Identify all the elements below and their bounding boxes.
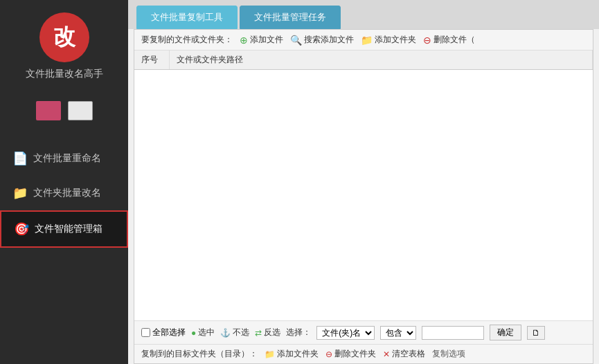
select-label: 选中 [198,327,215,338]
app-logo: 改 [39,12,89,62]
file-table: 序号 文件或文件夹路径 [134,51,593,320]
content-area: 要复制的文件或文件夹： ⊕ 添加文件 🔍 搜索添加文件 📁 添加文件夹 ⊖ 删除… [134,29,593,364]
add-dest-folder-button[interactable]: 📁 添加文件夹 [265,348,319,360]
search-add-icon: 🔍 [290,35,302,46]
delete-dest-folder-button[interactable]: ⊖ 删除文件夹 [325,348,376,360]
logo-area: 改 文件批量改名高手 [26,0,103,87]
dest-label: 复制到的目标文件夹（目录）： [141,348,258,360]
swatch-white[interactable] [68,101,93,120]
select-all-label: 全部选择 [152,327,186,338]
col-path-header: 文件或文件夹路径 [169,51,593,70]
copy-icon-button[interactable]: 🗋 [527,326,545,340]
tab-manage-task-label: 文件批量管理任务 [254,12,326,22]
copy-options-label: 复制选项 [432,348,465,360]
add-file-icon: ⊕ [240,35,248,46]
deselect-button[interactable]: ⚓ 不选 [220,327,249,338]
search-add-label: 搜索添加文件 [304,34,354,46]
delete-file-icon: ⊖ [423,35,431,46]
add-folder-label: 添加文件夹 [375,34,416,46]
logo-icon-text: 改 [53,22,75,53]
source-toolbar: 要复制的文件或文件夹： ⊕ 添加文件 🔍 搜索添加文件 📁 添加文件夹 ⊖ 删除… [134,30,593,51]
col-num-header: 序号 [134,51,169,70]
sidebar-item-folder-label: 文件夹批量改名 [33,187,101,199]
select-button[interactable]: ● 选中 [191,327,215,338]
select-icon: ● [191,328,196,338]
invert-label: 反选 [264,327,280,338]
add-dest-folder-label: 添加文件夹 [277,348,319,360]
tab-bar: 文件批量复制工具 文件批量管理任务 [128,0,599,29]
clear-table-icon: ✕ [383,349,390,359]
app-name-label: 文件批量改名高手 [26,68,103,80]
sidebar-item-smart-label: 文件智能管理箱 [35,223,102,235]
swatch-pink[interactable] [36,101,61,120]
delete-file-button[interactable]: ⊖ 删除文件（ [423,34,475,46]
tab-copy-tool[interactable]: 文件批量复制工具 [136,6,238,29]
copy-icon: 🗋 [532,328,540,338]
tab-copy-tool-label: 文件批量复制工具 [151,12,223,22]
delete-dest-folder-icon: ⊖ [325,349,332,359]
sidebar-nav: 📄 文件批量重命名 📁 文件夹批量改名 🎯 文件智能管理箱 [0,141,128,357]
delete-file-label: 删除文件（ [433,34,475,46]
source-label: 要复制的文件或文件夹： [141,34,233,46]
folder-icon: 📁 [12,185,28,201]
select-all-checkbox-label[interactable]: 全部选择 [141,327,186,338]
sidebar-item-smart[interactable]: 🎯 文件智能管理箱 [0,210,128,248]
file-type-select[interactable]: 文件(夹)名 [316,326,375,340]
add-file-button[interactable]: ⊕ 添加文件 [240,34,283,46]
add-dest-folder-icon: 📁 [265,349,275,359]
bottom-toolbar: 全部选择 ● 选中 ⚓ 不选 ⇄ 反选 选择： 文件(夹)名 包含 确定 🗋 [134,320,593,344]
sidebar: 改 文件批量改名高手 📄 文件批量重命名 📁 文件夹批量改名 🎯 文件智能管理箱 [0,0,128,364]
add-folder-button[interactable]: 📁 添加文件夹 [361,34,416,46]
sidebar-item-rename-label: 文件批量重命名 [33,152,101,165]
invert-button[interactable]: ⇄ 反选 [255,327,280,338]
clear-table-label: 清空表格 [392,348,425,360]
invert-icon: ⇄ [255,328,262,338]
select-all-checkbox[interactable] [141,328,150,337]
sidebar-item-folder[interactable]: 📁 文件夹批量改名 [0,176,128,210]
main-content: 文件批量复制工具 文件批量管理任务 要复制的文件或文件夹： ⊕ 添加文件 🔍 搜… [128,0,599,364]
sidebar-item-rename[interactable]: 📄 文件批量重命名 [0,141,128,176]
deselect-icon: ⚓ [220,328,231,338]
contain-select[interactable]: 包含 [380,326,416,340]
tab-manage-task[interactable]: 文件批量管理任务 [240,6,341,29]
add-folder-icon: 📁 [361,35,373,46]
smart-icon: 🎯 [14,221,29,237]
search-add-button[interactable]: 🔍 搜索添加文件 [290,34,354,46]
delete-dest-folder-label: 删除文件夹 [334,348,376,360]
rename-icon: 📄 [12,151,28,166]
clear-table-button[interactable]: ✕ 清空表格 [383,348,425,360]
add-file-label: 添加文件 [250,34,283,46]
dest-toolbar: 复制到的目标文件夹（目录）： 📁 添加文件夹 ⊖ 删除文件夹 ✕ 清空表格 复制… [134,344,593,363]
color-swatches [36,101,93,120]
confirm-label: 确定 [497,327,514,337]
confirm-button[interactable]: 确定 [490,325,521,340]
choose-label: 选择： [286,327,311,338]
deselect-label: 不选 [233,327,249,338]
filter-input[interactable] [422,326,484,340]
